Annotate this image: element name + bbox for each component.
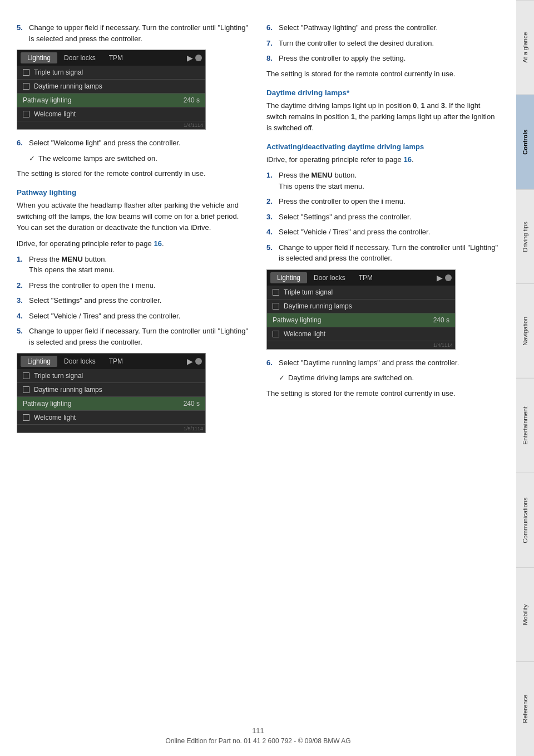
stored-text-right-bottom: The setting is stored for the remote con… bbox=[266, 388, 500, 399]
idrive-screenshot-3: Lighting Door locks TPM ▶ Triple turn si… bbox=[266, 269, 456, 350]
idrive-arrow-2: ▶ bbox=[187, 357, 193, 366]
idrive-checkbox-daytime-3 bbox=[273, 303, 279, 310]
main-content: 5. Change to upper field if necessary. T… bbox=[0, 0, 516, 463]
step-6-right-text: Select "Pathway lighting" and press the … bbox=[279, 22, 500, 33]
daytime-step-5: 5. Change to upper field if necessary. T… bbox=[266, 242, 500, 264]
result-welcome-text: The welcome lamps are switched on. bbox=[38, 153, 157, 164]
idrive-dot-3 bbox=[445, 274, 452, 281]
idrive-row-triple-3: Triple turn signal bbox=[267, 286, 455, 300]
idrive-row-pathway-2: Pathway lighting 240 s bbox=[17, 397, 205, 411]
pathway-page-link[interactable]: 16 bbox=[154, 239, 161, 248]
sidebar-tab-mobility[interactable]: Mobility bbox=[516, 567, 534, 662]
pathway-body-2: iDrive, for operating principle refer to… bbox=[17, 238, 250, 249]
idrive-tab-doorlocks-2: Door locks bbox=[57, 356, 102, 367]
sidebar-tab-reference[interactable]: Reference bbox=[516, 661, 534, 756]
pathway-step-1: 1. Press the MENU button.This opens the … bbox=[17, 254, 250, 276]
idrive-dot-1 bbox=[195, 55, 202, 61]
idrive-arrow-1: ▶ bbox=[187, 53, 193, 62]
idrive-tab-tpm-3: TPM bbox=[352, 272, 379, 283]
pathway-step-4: 4. Select "Vehicle / Tires" and press th… bbox=[17, 311, 250, 322]
idrive-label-pathway-3: Pathway lighting bbox=[273, 316, 321, 324]
idrive-checkbox-triple-1 bbox=[23, 69, 29, 76]
idrive-screenshot-2: Lighting Door locks TPM ▶ Triple turn si… bbox=[17, 353, 206, 433]
daytime-step-2: 2. Press the controller to open the i me… bbox=[266, 196, 500, 207]
step-6-left-text: Select "Welcome light" and press the con… bbox=[29, 138, 250, 149]
idrive-arrow-3: ▶ bbox=[437, 273, 443, 282]
daytime-step-3-num: 3. bbox=[266, 212, 275, 223]
daytime-step-1: 1. Press the MENU button.This opens the … bbox=[266, 170, 500, 192]
step-8-right-text: Press the controller to apply the settin… bbox=[279, 53, 500, 64]
checkmark-icon-1: ✓ bbox=[29, 153, 35, 164]
pathway-step-5-text: Change to upper field if necessary. Turn… bbox=[29, 326, 250, 347]
sidebar-tab-controls[interactable]: Controls bbox=[516, 95, 534, 189]
daytime-step-2-num: 2. bbox=[266, 196, 275, 207]
idrive-checkbox-daytime-1 bbox=[23, 83, 29, 90]
idrive-row-welcome-2: Welcome light bbox=[17, 411, 205, 425]
idrive-tab-lighting-3: Lighting bbox=[270, 272, 307, 283]
pathway-lighting-heading: Pathway lighting bbox=[17, 188, 250, 197]
daytime-body-1: The daytime driving lamps light up in po… bbox=[266, 100, 500, 134]
idrive-value-pathway-3: 240 s bbox=[433, 316, 449, 324]
idrive-tab-lighting-2: Lighting bbox=[21, 356, 57, 367]
idrive-tab-tpm-1: TPM bbox=[102, 52, 130, 63]
idrive-row-pathway-1: Pathway lighting 240 s bbox=[17, 94, 205, 107]
pathway-step-5-num: 5. bbox=[17, 326, 26, 347]
idrive-row-welcome-3: Welcome light bbox=[267, 327, 455, 341]
step-7-right-text: Turn the controller to select the desire… bbox=[279, 38, 500, 49]
idrive-label-triple-1: Triple turn signal bbox=[34, 68, 83, 76]
sidebar-tab-entertainment[interactable]: Entertainment bbox=[516, 378, 534, 473]
step-5-top: 5. Change to upper field if necessary. T… bbox=[17, 22, 250, 44]
sidebar-tab-navigation[interactable]: Navigation bbox=[516, 283, 534, 378]
sidebar-tab-at-a-glance[interactable]: At a glance bbox=[516, 0, 534, 95]
right-column: 6. Select "Pathway lighting" and press t… bbox=[266, 22, 500, 441]
activating-daytime-heading: Activating/deactivating daytime driving … bbox=[266, 143, 500, 151]
result-daytime-text: Daytime driving lamps are switched on. bbox=[288, 372, 414, 384]
idrive-tab-doorlocks-1: Door locks bbox=[57, 52, 102, 63]
idrive-label-triple-3: Triple turn signal bbox=[284, 288, 333, 296]
idrive-label-daytime-1: Daytime running lamps bbox=[34, 82, 102, 90]
page-footer: 111 Online Edition for Part no. 01 41 2 … bbox=[0, 726, 516, 745]
idrive-checkbox-welcome-2 bbox=[23, 414, 29, 421]
idrive-watermark-1: 1/4/1114 bbox=[17, 121, 205, 129]
daytime-step-4-num: 4. bbox=[266, 227, 275, 238]
step-5-top-num: 5. bbox=[17, 22, 26, 44]
step-6-right-num: 6. bbox=[266, 22, 275, 33]
sidebar-tabs: At a glance Controls Driving tips Naviga… bbox=[516, 0, 534, 756]
pathway-step-4-text: Select "Vehicle / Tires" and press the c… bbox=[29, 311, 250, 322]
pathway-step-5: 5. Change to upper field if necessary. T… bbox=[17, 326, 250, 347]
pathway-body-1: When you activate the headlamp flasher a… bbox=[17, 200, 250, 233]
step-6-left: 6. Select "Welcome light" and press the … bbox=[17, 138, 250, 149]
sidebar-tab-driving-tips[interactable]: Driving tips bbox=[516, 189, 534, 284]
idrive-checkbox-welcome-3 bbox=[273, 331, 279, 337]
pathway-step-2-num: 2. bbox=[17, 280, 26, 291]
daytime-step-3: 3. Select "Settings" and press the contr… bbox=[266, 212, 500, 223]
idrive-label-daytime-2: Daytime running lamps bbox=[34, 386, 102, 394]
page-number: 111 bbox=[0, 726, 516, 735]
daytime-step-5-num: 5. bbox=[266, 242, 275, 264]
idrive-label-pathway-2: Pathway lighting bbox=[23, 400, 71, 408]
step-6-left-num: 6. bbox=[17, 138, 26, 149]
idrive-row-daytime-2: Daytime running lamps bbox=[17, 383, 205, 397]
result-daytime-right: ✓ Daytime driving lamps are switched on. bbox=[279, 372, 500, 384]
pathway-step-2-text: Press the controller to open the i menu. bbox=[29, 280, 250, 291]
idrive-dot-2 bbox=[195, 358, 202, 365]
idrive-screenshot-1: Lighting Door locks TPM ▶ Triple turn si… bbox=[17, 50, 206, 130]
sidebar-tab-communications[interactable]: Communications bbox=[516, 473, 534, 567]
idrive-row-welcome-1: Welcome light bbox=[17, 107, 205, 121]
step-8-right-num: 8. bbox=[266, 53, 275, 64]
idrive-header-2: Lighting Door locks TPM ▶ bbox=[17, 354, 205, 369]
daytime-step-1-num: 1. bbox=[266, 170, 275, 192]
pathway-step-3-num: 3. bbox=[17, 295, 26, 306]
daytime-step-5-text: Change to upper field if necessary. Turn… bbox=[279, 242, 500, 264]
step-6-right: 6. Select "Pathway lighting" and press t… bbox=[266, 22, 500, 33]
idrive-row-pathway-3: Pathway lighting 240 s bbox=[267, 313, 455, 327]
daytime-page-link[interactable]: 16 bbox=[403, 155, 411, 164]
idrive-header-3: Lighting Door locks TPM ▶ bbox=[267, 270, 455, 286]
step-6b-right-num: 6. bbox=[266, 357, 275, 369]
daytime-step-4-text: Select "Vehicle / Tires" and press the c… bbox=[279, 227, 500, 238]
pathway-step-1-text: Press the MENU button.This opens the sta… bbox=[29, 254, 250, 276]
idrive-tab-doorlocks-3: Door locks bbox=[307, 272, 352, 283]
idrive-value-pathway-1: 240 s bbox=[184, 96, 200, 104]
daytime-lamps-heading: Daytime driving lamps* bbox=[266, 89, 500, 97]
footer-text: Online Edition for Part no. 01 41 2 600 … bbox=[0, 737, 516, 745]
